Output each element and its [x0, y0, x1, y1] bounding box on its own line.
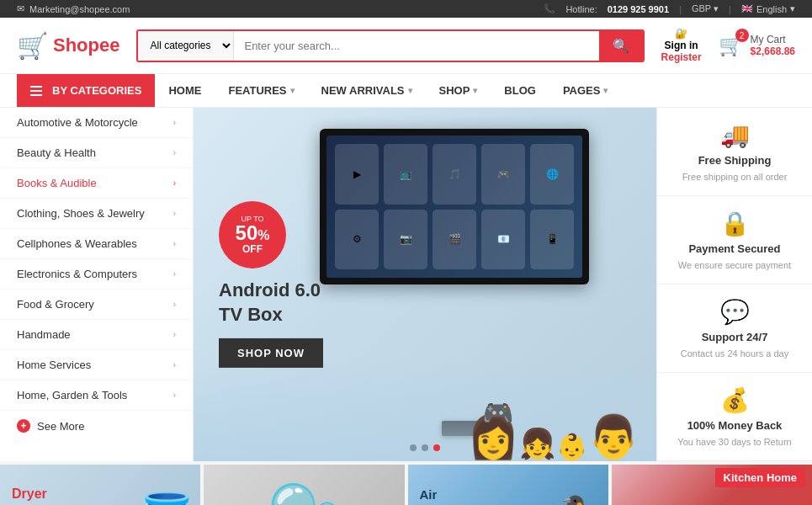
arrow-clothing: › — [173, 209, 176, 218]
signin-area[interactable]: 🔐 Sign in Register — [661, 28, 702, 63]
main-content: Automotive & Motorcycle › Beauty & Healt… — [0, 108, 812, 461]
sidebar-item-beauty[interactable]: Beauty & Health › — [0, 138, 193, 168]
nav-item-pages[interactable]: PAGES ▾ — [549, 74, 622, 107]
language-arrow: ▾ — [790, 3, 795, 14]
sidebar-item-home-services[interactable]: Home Services › — [0, 350, 193, 380]
promo-banner-kitchen[interactable]: Kitchen Home SHOP NOW 🍳 — [612, 465, 812, 505]
language-selector[interactable]: 🇬🇧 English ▾ — [741, 3, 795, 14]
sidebar-item-automotive[interactable]: Automotive & Motorcycle › — [0, 108, 193, 138]
widget-payment: 🔒 Payment Secured We ensure secure payme… — [657, 196, 812, 284]
hero-banner: UP TO 50% OFF Android 6.0 TV Box SHOP NO… — [194, 108, 656, 461]
sidebar-item-handmade[interactable]: Handmade › — [0, 320, 193, 350]
washing-machine-icon: 🫧 — [268, 481, 341, 505]
logo-text: Shopee — [53, 35, 119, 56]
money-back-title: 100% Money Back — [687, 419, 783, 432]
sidebar-label-beauty: Beauty & Health — [17, 146, 96, 159]
dot-2[interactable] — [422, 444, 428, 451]
discount-value: 50% — [236, 223, 270, 243]
sidebar-item-food[interactable]: Food & Grocery › — [0, 290, 193, 320]
cart-amount: $2,668.86 — [751, 45, 795, 57]
nav-links: HOME FEATURES ▾ NEW ARRIVALS ▾ SHOP ▾ BL… — [155, 74, 621, 107]
sidebar-item-cellphones[interactable]: Cellphones & Wearables › — [0, 229, 193, 259]
sidebar-label-handmade: Handmade — [17, 328, 71, 341]
nav-item-shop[interactable]: SHOP ▾ — [426, 74, 491, 107]
remote-icon: 🎮 — [482, 398, 513, 428]
search-input[interactable] — [234, 31, 598, 61]
payment-icon: 🔒 — [720, 210, 750, 237]
sidebar-item-books[interactable]: Books & Audible › — [0, 168, 193, 199]
phone-icon: 📞 — [544, 3, 555, 14]
arrow-handmade: › — [173, 330, 176, 339]
money-back-desc: You have 30 days to Return — [677, 437, 791, 447]
currency-selector[interactable]: GBP ▾ — [692, 3, 719, 14]
payment-title: Payment Secured — [688, 242, 780, 255]
register-label: Register — [661, 51, 702, 63]
sidebar: Automotive & Motorcycle › Beauty & Healt… — [0, 108, 194, 461]
topbar-left: ✉ Marketing@shopee.com — [17, 3, 130, 14]
topbar: ✉ Marketing@shopee.com 📞 Hotline: 0129 9… — [0, 0, 812, 18]
promo-banner-ac[interactable]: AirConditioning SHOP NOW 🐧 — [408, 465, 608, 505]
dot-3[interactable] — [433, 444, 440, 451]
logo[interactable]: 🛒 Shopee — [17, 31, 119, 61]
category-select[interactable]: All categories — [138, 31, 234, 61]
kitchen-title: Kitchen Home — [715, 468, 805, 487]
shipping-desc: Free shipping on all order — [682, 172, 788, 182]
flag-icon: 🇬🇧 — [741, 3, 753, 14]
arrow-beauty: › — [173, 148, 176, 157]
tv-app-4: 🎮 — [481, 144, 525, 205]
arrow-automotive: › — [173, 118, 176, 127]
search-button[interactable]: 🔍 — [599, 31, 643, 61]
see-more-button[interactable]: + See More — [0, 411, 193, 441]
nav-item-new-arrivals[interactable]: NEW ARRIVALS ▾ — [308, 74, 426, 107]
nav-label-pages: PAGES — [563, 84, 601, 97]
currency-arrow: ▾ — [714, 3, 719, 13]
search-bar: All categories 🔍 — [136, 29, 644, 62]
nav-arrow-features: ▾ — [290, 86, 295, 95]
promo-title-ac: AirConditioning — [420, 487, 497, 506]
tv-app-9: 📧 — [481, 210, 525, 270]
divider2: | — [729, 4, 731, 14]
sidebar-label-books: Books & Audible — [17, 177, 97, 189]
logo-cart-icon: 🛒 — [17, 31, 48, 61]
email-icon: ✉ — [17, 3, 24, 14]
promo-banner-washing[interactable]: 🫧 — [204, 465, 404, 505]
sidebar-label-electronics: Electronics & Computers — [17, 268, 137, 280]
nav-label-home: HOME — [168, 84, 201, 97]
arrow-electronics: › — [173, 269, 176, 279]
promo-left-dryer: DryerElectrolux SHOP NOW — [12, 486, 85, 505]
shop-now-button[interactable]: SHOP NOW — [219, 338, 323, 368]
tv-app-6: ⚙ — [335, 210, 379, 270]
cart-label: My Cart — [751, 34, 795, 45]
nav-item-blog[interactable]: BLOG — [491, 74, 549, 107]
side-widgets: 🚚 Free Shipping Free shipping on all ord… — [656, 108, 812, 461]
tv-mockup: ▶ 📺 🎵 🎮 🌐 ⚙ 📷 🎬 📧 📱 — [320, 129, 589, 284]
support-title: Support 24/7 — [702, 331, 768, 343]
dot-1[interactable] — [410, 444, 417, 451]
categories-button[interactable]: BY CATEGORIES — [17, 74, 155, 107]
header-actions: 🔐 Sign in Register 🛒 2 My Cart $2,668.86 — [661, 28, 795, 63]
person3-icon: 👶 — [556, 432, 587, 461]
sidebar-item-home-garden[interactable]: Home, Garden & Tools › — [0, 380, 193, 411]
nav-item-home[interactable]: HOME — [155, 74, 215, 107]
widget-support: 💬 Support 24/7 Contact us 24 hours a day — [657, 284, 812, 373]
tv-screen: ▶ 📺 🎵 🎮 🌐 ⚙ 📷 🎬 📧 📱 — [326, 136, 582, 278]
widget-shipping: 🚚 Free Shipping Free shipping on all ord… — [657, 108, 812, 196]
sidebar-item-electronics[interactable]: Electronics & Computers › — [0, 259, 193, 290]
nav-arrow-pages: ▾ — [603, 86, 608, 95]
sidebar-item-clothing[interactable]: Clothing, Shoes & Jewelry › — [0, 199, 193, 229]
hero-title: Android 6.0 TV Box — [219, 279, 323, 327]
promo-left-ac: AirConditioning SHOP NOW — [420, 487, 497, 506]
tv-app-7: 📷 — [384, 210, 427, 270]
person2-icon: 👧 — [519, 427, 556, 461]
sidebar-label-automotive: Automotive & Motorcycle — [17, 116, 138, 129]
nav-item-features[interactable]: FEATURES ▾ — [215, 74, 307, 107]
topbar-right: 📞 Hotline: 0129 925 9901 | GBP ▾ | 🇬🇧 En… — [544, 3, 795, 14]
tv-app-8: 🎬 — [433, 210, 476, 270]
cart-area[interactable]: 🛒 2 My Cart $2,668.86 — [719, 34, 795, 57]
arrow-books: › — [173, 178, 176, 188]
hero-content: UP TO 50% OFF Android 6.0 TV Box SHOP NO… — [219, 201, 323, 368]
promo-banner-dryer[interactable]: DryerElectrolux SHOP NOW 🪣 — [0, 465, 200, 505]
kitchen-badge: Kitchen Home — [715, 471, 805, 484]
cart-text: My Cart $2,668.86 — [751, 34, 795, 57]
hero-title-line1: Android 6.0 — [219, 279, 323, 303]
